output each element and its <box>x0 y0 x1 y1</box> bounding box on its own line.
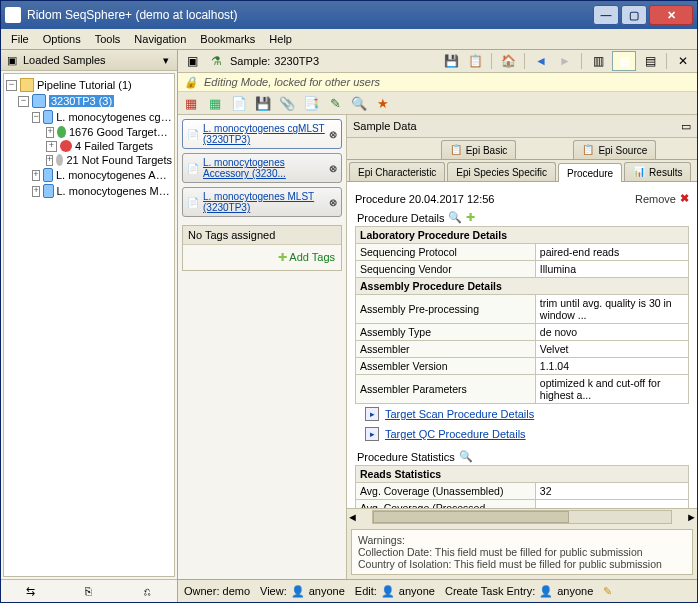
tree-item[interactable]: 1676 Good Targets, 6 with wa <box>69 126 172 138</box>
close-button[interactable]: ✕ <box>649 5 693 25</box>
tab-epi-species[interactable]: Epi Species Specific <box>447 162 556 181</box>
foot-icon[interactable]: ⎘ <box>82 584 96 598</box>
scheme-tab-label[interactable]: L. monocytogenes Accessory (3230... <box>203 157 325 179</box>
target-qc-link[interactable]: Target QC Procedure Details <box>385 428 526 440</box>
tab-epi-source[interactable]: 📋Epi Source <box>573 140 656 159</box>
tab-epi-basic[interactable]: 📋Epi Basic <box>441 140 517 159</box>
maximize-button[interactable]: ▢ <box>621 5 647 25</box>
view1-icon[interactable]: ▥ <box>588 51 608 71</box>
view2-icon[interactable]: ▦ <box>612 51 636 71</box>
foot-icon[interactable]: ⇆ <box>23 584 37 598</box>
foot-icon[interactable]: ⎌ <box>141 584 155 598</box>
tree-item[interactable]: 4 Failed Targets <box>75 140 153 152</box>
menu-help[interactable]: Help <box>263 31 298 47</box>
tags-header: No Tags assigned <box>183 226 341 245</box>
tree-expand-icon[interactable]: + <box>46 155 53 166</box>
scheme-tab-mlst[interactable]: 📄L. monocytogenes MLST (3230TP3)⊗ <box>182 187 342 217</box>
pencil-icon[interactable]: ✎ <box>603 585 612 598</box>
scheme-tab-label[interactable]: L. monocytogenes cgMLST (3230TP3) <box>203 123 325 145</box>
expand-icon[interactable]: ▣ <box>5 53 19 67</box>
tab-row-2: Epi Characteristic Epi Species Specific … <box>347 160 697 182</box>
scroll-right-icon[interactable]: ► <box>686 511 697 523</box>
table-row: Sequencing Protocolpaired-end reads <box>356 244 689 261</box>
refresh-icon[interactable]: 🔍 <box>459 450 473 463</box>
sample-flask-icon: ⚗ <box>206 51 226 71</box>
scheme-icon <box>43 110 53 124</box>
app-icon <box>5 7 21 23</box>
etb-icon[interactable]: ▦ <box>206 94 224 112</box>
tab-epi-characteristic[interactable]: Epi Characteristic <box>349 162 445 181</box>
view3-icon[interactable]: ▤ <box>640 51 660 71</box>
tree-collapse-icon[interactable]: − <box>32 112 40 123</box>
chevron-icon[interactable]: ⊗ <box>329 163 337 174</box>
expand-icon[interactable]: ▣ <box>182 51 202 71</box>
scheme-tab-accessory[interactable]: 📄L. monocytogenes Accessory (3230...⊗ <box>182 153 342 183</box>
tree-expand-icon[interactable]: + <box>32 186 40 197</box>
forward-icon[interactable]: ► <box>555 51 575 71</box>
menu-file[interactable]: File <box>5 31 35 47</box>
etb-icon[interactable]: 🔍 <box>350 94 368 112</box>
scroll-left-icon[interactable]: ◄ <box>347 511 358 523</box>
add-tags-link[interactable]: Add Tags <box>289 251 335 263</box>
panel-box-icon[interactable]: ▭ <box>681 120 691 133</box>
warnings-title: Warnings: <box>358 534 686 546</box>
scheme-tab-cgmlst[interactable]: 📄L. monocytogenes cgMLST (3230TP3)⊗ <box>182 119 342 149</box>
etb-icon[interactable]: ▦ <box>182 94 200 112</box>
scheme-tab-label[interactable]: L. monocytogenes MLST (3230TP3) <box>203 191 325 213</box>
close-panel-icon[interactable]: ✕ <box>673 51 693 71</box>
save-icon[interactable]: 💾 <box>441 51 461 71</box>
back-icon[interactable]: ◄ <box>531 51 551 71</box>
table-row: Avg. Coverage (Processed, Unassem...31 <box>356 500 689 509</box>
home-icon[interactable]: 🏠 <box>498 51 518 71</box>
minimize-button[interactable]: — <box>593 5 619 25</box>
tree-root[interactable]: Pipeline Tutorial (1) <box>37 79 132 91</box>
status-bar: Owner: demo View:👤anyone Edit:👤anyone Cr… <box>178 579 697 602</box>
doc-icon: 📄 <box>187 163 199 174</box>
loaded-samples-label: Loaded Samples <box>23 54 106 66</box>
chevron-icon[interactable]: ⊗ <box>329 129 337 140</box>
procedure-content[interactable]: Procedure 20.04.2017 12:56 Remove ✖ Proc… <box>347 182 697 508</box>
etb-icon[interactable]: 💾 <box>254 94 272 112</box>
tab-icon: 📋 <box>450 144 462 156</box>
tree-collapse-icon[interactable]: − <box>6 80 17 91</box>
tree-expand-icon[interactable]: + <box>46 127 54 138</box>
etb-icon[interactable]: 📎 <box>278 94 296 112</box>
tab-results[interactable]: 📊Results <box>624 162 691 181</box>
tab-procedure[interactable]: Procedure <box>558 163 622 182</box>
doc-icon: 📄 <box>187 197 199 208</box>
target-scan-link[interactable]: Target Scan Procedure Details <box>385 408 534 420</box>
refresh-icon[interactable]: 🔍 <box>448 211 462 224</box>
tree-expand-icon[interactable]: + <box>46 141 57 152</box>
left-footer: ⇆ ⎘ ⎌ <box>1 579 177 602</box>
menu-options[interactable]: Options <box>37 31 87 47</box>
expand-box-icon[interactable]: ▸ <box>365 427 379 441</box>
etb-icon[interactable]: 📄 <box>230 94 248 112</box>
menu-tools[interactable]: Tools <box>89 31 127 47</box>
copy-icon[interactable]: 📋 <box>465 51 485 71</box>
sample-tree[interactable]: −Pipeline Tutorial (1) −3230TP3 (3) −L. … <box>3 73 175 577</box>
sample-icon <box>32 94 46 108</box>
tree-item[interactable]: L. monocytogenes cgMLST (3230T <box>56 111 172 123</box>
tree-item[interactable]: L. monocytogenes Accessory (3230 <box>56 169 172 181</box>
good-targets-icon <box>57 126 66 138</box>
tree-sample-selected[interactable]: 3230TP3 (3) <box>49 95 114 107</box>
etb-icon[interactable]: ✎ <box>326 94 344 112</box>
etb-icon[interactable]: 📑 <box>302 94 320 112</box>
etb-icon[interactable]: ★ <box>374 94 392 112</box>
remove-icon[interactable]: ✖ <box>680 192 689 205</box>
expand-box-icon[interactable]: ▸ <box>365 407 379 421</box>
add-small-icon[interactable]: ✚ <box>466 211 475 224</box>
tree-item[interactable]: L. monocytogenes MLST (3230TP <box>57 185 173 197</box>
user-icon: 👤 <box>291 585 305 598</box>
menu-bookmarks[interactable]: Bookmarks <box>194 31 261 47</box>
horizontal-scrollbar[interactable]: ◄ ► <box>347 508 697 525</box>
tree-item[interactable]: 21 Not Found Targets <box>66 154 172 166</box>
tree-collapse-icon[interactable]: − <box>18 96 29 107</box>
warning-line: Collection Date: This field must be fill… <box>358 546 686 558</box>
remove-link[interactable]: Remove <box>635 193 676 205</box>
tree-expand-icon[interactable]: + <box>32 170 40 181</box>
chevron-icon[interactable]: ⊗ <box>329 197 337 208</box>
panel-menu-icon[interactable]: ▾ <box>159 53 173 67</box>
scroll-thumb[interactable] <box>373 511 569 523</box>
menu-navigation[interactable]: Navigation <box>128 31 192 47</box>
